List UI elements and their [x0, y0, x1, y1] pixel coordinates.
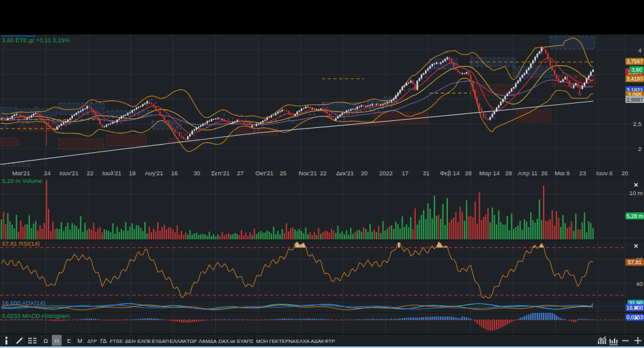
svg-text:ΕΛΠΕ: ΕΛΠΕ	[137, 338, 151, 344]
svg-text:24: 24	[44, 170, 51, 177]
svg-text:ΓΔ: ΓΔ	[100, 338, 107, 344]
svg-text:19: 19	[129, 170, 136, 177]
svg-text:DAX.wi: DAX.wi	[218, 338, 235, 344]
svg-text:Μαι 9: Μαι 9	[555, 170, 569, 177]
svg-text:17: 17	[402, 170, 409, 177]
svg-text:25: 25	[280, 170, 287, 177]
svg-text:ΑΔΑΚ: ΑΔΑΚ	[310, 338, 325, 344]
svg-text:Νοε'21: Νοε'21	[299, 170, 318, 177]
svg-text:28: 28	[505, 170, 512, 177]
svg-text:3,7567: 3,7567	[627, 58, 643, 65]
svg-text:ΛΑΜΔΑ: ΛΑΜΔΑ	[199, 338, 217, 344]
svg-text:27: 27	[237, 170, 244, 177]
svg-text:XTRADE: XTRADE	[3, 162, 32, 168]
svg-text:23: 23	[579, 170, 586, 177]
svg-text:2,5: 2,5	[633, 120, 641, 127]
svg-text:ΦΤΡ: ΦΤΡ	[325, 338, 335, 344]
svg-text:Ιουλ'21: Ιουλ'21	[102, 170, 121, 177]
svg-text:57,81: 57,81	[628, 259, 642, 265]
svg-text:Ε: Ε	[67, 338, 71, 344]
svg-text:5,28 m: 5,28 m	[627, 213, 643, 219]
svg-text:Μαρ 14: Μαρ 14	[479, 170, 500, 177]
svg-text:22: 22	[87, 170, 94, 177]
svg-text:ΕΛΧΑ: ΕΛΧΑ	[296, 338, 310, 344]
svg-text:Απρ 11: Απρ 11	[518, 170, 538, 177]
svg-text:Ιουν'21: Ιουν'21	[59, 170, 79, 177]
svg-text:Φεβ 14: Φεβ 14	[440, 170, 460, 177]
svg-text:3,4193: 3,4193	[627, 75, 643, 82]
svg-text:16: 16	[171, 170, 178, 177]
svg-text:Σεπ'21: Σεπ'21	[211, 170, 229, 177]
svg-text:ΓΕΚΤΕΡΝΑ: ΓΕΚΤΕΡΝΑ	[269, 338, 296, 344]
svg-text:20: 20	[361, 170, 368, 177]
svg-text:ΔΕΗ: ΔΕΗ	[125, 338, 136, 344]
svg-text:2: 2	[638, 145, 641, 152]
svg-text:2,9887: 2,9887	[627, 97, 643, 103]
svg-text:20: 20	[622, 170, 629, 177]
svg-text:ΕΥΑΠΣ: ΕΥΑΠΣ	[237, 338, 254, 344]
svg-text:2022: 2022	[379, 170, 392, 177]
svg-text:3,60 ETE.gr +0,11 3,15%: 3,60 ETE.gr +0,11 3,15%	[2, 36, 70, 44]
svg-text:16,600 ADX(14): 16,600 ADX(14)	[2, 299, 45, 306]
svg-text:Μαι'21: Μαι'21	[12, 170, 30, 177]
svg-text:Ιουν 6: Ιουν 6	[596, 170, 613, 177]
svg-text:30: 30	[194, 170, 201, 177]
svg-text:Ω: Ω	[43, 338, 48, 344]
svg-text:57,81 RSI(14): 57,81 RSI(14)	[2, 240, 40, 247]
svg-text:16,600: 16,600	[627, 304, 643, 311]
svg-text:5,28 m Volume: 5,28 m Volume	[2, 177, 42, 184]
svg-text:3,60: 3,60	[631, 67, 642, 73]
svg-text:ΕΛΛΑΚΤΩΡ: ΕΛΛΑΚΤΩΡ	[170, 338, 197, 344]
svg-text:Οκτ'21: Οκτ'21	[256, 170, 273, 177]
svg-text:10 m: 10 m	[629, 189, 643, 196]
svg-text:ΕΥΔΑΠ: ΕΥΔΑΠ	[152, 338, 169, 344]
svg-text:ΜΟΗ: ΜΟΗ	[256, 338, 268, 344]
svg-text:Δεκ'21: Δεκ'21	[336, 170, 354, 177]
svg-text:4: 4	[638, 47, 641, 54]
svg-text:26: 26	[541, 170, 548, 177]
svg-text:Η: Η	[55, 338, 59, 344]
svg-text:40: 40	[636, 280, 643, 287]
svg-text:Μ: Μ	[77, 338, 82, 344]
svg-text:FTSE: FTSE	[110, 338, 123, 344]
svg-text:28: 28	[465, 170, 472, 177]
svg-text:31: 31	[423, 170, 430, 177]
svg-text:Αυγ'21: Αυγ'21	[145, 170, 164, 177]
svg-text:0,0233 MACD-Histogram: 0,0233 MACD-Histogram	[2, 312, 70, 319]
svg-text:22: 22	[320, 170, 327, 177]
svg-text:ΔΤΡ: ΔΤΡ	[87, 338, 96, 344]
